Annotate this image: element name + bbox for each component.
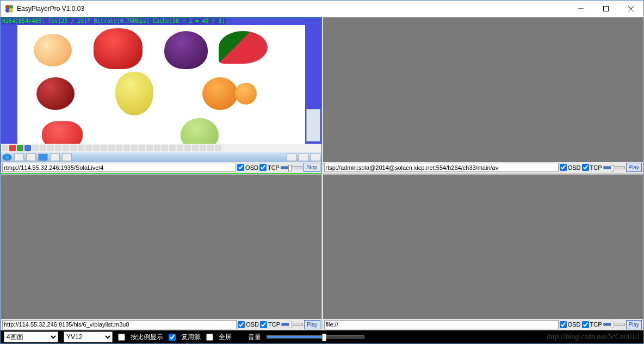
titlebar: EasyPlayerPro V1.0.03: [1, 1, 643, 17]
video-panel-0[interactable]: H264|854x480| fps|25 / 25|P Bitrate|0.76…: [1, 17, 322, 174]
svg-rect-5: [604, 7, 609, 11]
url-input-2[interactable]: [2, 320, 237, 329]
osd-label: OSD: [568, 321, 581, 328]
tcp-checkbox-2[interactable]: [260, 321, 267, 328]
app-window: EasyPlayerPro V1.0.03: [0, 0, 644, 344]
video-area-0[interactable]: H264|854x480| fps|25 / 25|P Bitrate|0.76…: [1, 17, 321, 162]
scale-label: 按比例显示: [131, 333, 163, 342]
panel-slider-2[interactable]: [281, 323, 303, 326]
url-input-1[interactable]: [324, 163, 559, 172]
tcp-label: TCP: [268, 164, 280, 171]
watermark-text: http://blog.csdn.net/SrCn0010: [547, 333, 639, 341]
app-icon: [5, 4, 14, 13]
panel-controls-3: OSD TCP Play: [323, 319, 643, 330]
osd-checkbox-3[interactable]: [560, 321, 567, 328]
tcp-checkbox-1[interactable]: [582, 164, 589, 171]
video-panel-1[interactable]: OSD TCP Play: [323, 17, 644, 174]
scale-checkbox[interactable]: [118, 334, 125, 341]
play-button-1[interactable]: Play: [626, 163, 642, 172]
video-area-2[interactable]: [1, 175, 321, 320]
fullscreen-label: 全屏: [219, 333, 232, 342]
bottom-toolbar: 4画面 YV12 按比例显示 复用源 全屏 音量 http://blog.csd…: [1, 330, 643, 343]
play-button-2[interactable]: Play: [304, 320, 320, 329]
fullscreen-checkbox[interactable]: [206, 334, 213, 341]
format-select[interactable]: YV12: [64, 331, 113, 342]
maximize-button[interactable]: [593, 1, 618, 17]
panel-slider-1[interactable]: [603, 166, 625, 169]
url-input-0[interactable]: [2, 163, 236, 172]
osd-label: OSD: [245, 164, 258, 171]
panel-controls-0: OSD TCP Stop: [1, 162, 321, 173]
panel-controls-1: OSD TCP Play: [323, 162, 643, 173]
osd-checkbox-2[interactable]: [238, 321, 245, 328]
play-button-3[interactable]: Play: [626, 320, 642, 329]
osd-checkbox-1[interactable]: [560, 164, 567, 171]
close-button[interactable]: [618, 1, 643, 17]
volume-label: 音量: [248, 333, 261, 342]
volume-slider[interactable]: [267, 335, 364, 339]
video-area-3[interactable]: [323, 175, 643, 320]
tcp-checkbox-3[interactable]: [582, 321, 589, 328]
osd-checkbox-0[interactable]: [237, 164, 244, 171]
stop-button-0[interactable]: Stop: [304, 163, 320, 172]
tcp-label: TCP: [590, 321, 602, 328]
tcp-label: TCP: [268, 321, 280, 328]
layout-select[interactable]: 4画面: [4, 331, 58, 342]
video-panel-3[interactable]: OSD TCP Play: [323, 174, 644, 331]
video-panel-2[interactable]: OSD TCP Play: [1, 174, 322, 331]
stream-info-overlay: H264|854x480| fps|25 / 25|P Bitrate|0.76…: [1, 17, 226, 24]
minimize-button[interactable]: [568, 1, 593, 17]
reuse-checkbox[interactable]: [169, 334, 176, 341]
panel-slider-0[interactable]: [281, 166, 302, 169]
panel-controls-2: OSD TCP Play: [1, 319, 321, 330]
tcp-label: TCP: [590, 164, 602, 171]
osd-label: OSD: [246, 321, 259, 328]
video-grid: H264|854x480| fps|25 / 25|P Bitrate|0.76…: [1, 17, 643, 330]
svg-point-3: [9, 8, 13, 13]
osd-label: OSD: [568, 164, 581, 171]
url-input-3[interactable]: [324, 320, 559, 329]
video-area-1[interactable]: [323, 17, 643, 162]
window-title: EasyPlayerPro V1.0.03: [17, 5, 84, 13]
panel-slider-3[interactable]: [603, 323, 625, 326]
reuse-label: 复用源: [181, 333, 201, 342]
tcp-checkbox-0[interactable]: [259, 164, 267, 171]
